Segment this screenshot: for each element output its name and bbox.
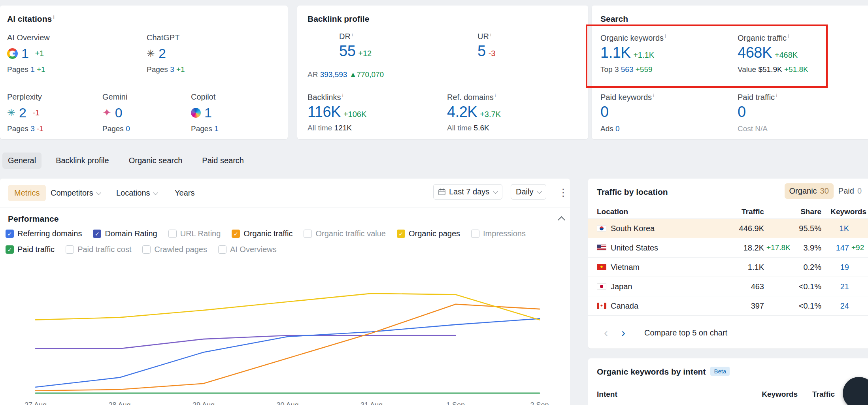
backlinks-metric: Backlinksi 116K+106K All time 121K xyxy=(308,92,366,132)
gemini-icon: ✦ xyxy=(102,107,111,118)
metric-value[interactable]: 2 xyxy=(19,105,26,121)
paid-keywords-metric: Paid keywordsi 0 Ads 0 xyxy=(600,92,654,133)
paid-traffic-value[interactable]: 0 xyxy=(738,104,746,120)
table-row-south-korea[interactable]: South Korea 446.9K 95.5% 1K xyxy=(588,219,868,238)
toggle-paid[interactable]: Paid0 xyxy=(834,183,866,199)
chart-line-referring-domains xyxy=(36,318,540,387)
keywords-link[interactable]: 24 xyxy=(840,301,849,310)
info-icon[interactable]: i xyxy=(352,32,353,38)
ar-value[interactable]: 393,593 xyxy=(320,70,347,79)
metric-value[interactable]: 2 xyxy=(159,46,166,61)
info-icon[interactable]: i xyxy=(53,14,55,20)
ai-citation-copilot: Copilot 1 Pages 1 xyxy=(191,92,219,133)
ref-domains-value[interactable]: 4.2K xyxy=(447,104,477,120)
pages-link[interactable]: 1 xyxy=(30,65,35,73)
checkbox-url-rating[interactable]: URL Rating xyxy=(168,229,221,238)
pages-link[interactable]: 3 xyxy=(30,124,35,133)
flag-vietnam-icon xyxy=(597,264,606,270)
ai-citation-chatgpt: ChatGPT ✳ 2 Pages 3 +1 xyxy=(147,33,185,74)
info-icon[interactable]: i xyxy=(653,92,654,98)
date-range-dropdown[interactable]: Last 7 days xyxy=(433,184,502,200)
table-row-united-states[interactable]: United States 18.2K+17.8K 3.9% 147+92 xyxy=(588,238,868,258)
keywords-link[interactable]: 1K xyxy=(840,224,849,233)
keywords-by-intent-card: Organic keywords by intentBeta Intent Ke… xyxy=(588,358,868,405)
metric-label: Gemini xyxy=(102,92,130,102)
location-table-body: South Korea 446.9K 95.5% 1K United State… xyxy=(588,219,868,316)
metric-value[interactable]: 1 xyxy=(204,105,211,121)
next-page-arrow-icon[interactable]: › xyxy=(621,326,625,339)
paid-keywords-value[interactable]: 0 xyxy=(600,104,609,120)
performance-line-chart: 27 Aug28 Aug29 Aug30 Aug31 Aug1 Sep2 Sep xyxy=(0,261,570,405)
metric-label: Perplexity xyxy=(7,92,43,102)
checkbox-icon xyxy=(168,230,177,238)
info-icon[interactable]: i xyxy=(490,32,491,38)
metrics-button[interactable]: Metrics xyxy=(8,185,46,201)
x-axis-label: 27 Aug xyxy=(25,401,47,405)
checkbox-paid-traffic-cost[interactable]: Paid traffic cost xyxy=(66,245,131,254)
checkbox-organic-pages[interactable]: ✓Organic pages xyxy=(397,229,460,238)
keywords-link[interactable]: 147 xyxy=(836,243,849,252)
ai-citation-gemini: Gemini ✦ 0 Pages 0 xyxy=(102,92,130,133)
tab-backlink-profile[interactable]: Backlink profile xyxy=(50,153,115,169)
metric-value[interactable]: 1 xyxy=(21,46,28,61)
pages-link[interactable]: 1 xyxy=(214,124,219,133)
checkbox-crawled-pages[interactable]: Crawled pages xyxy=(142,245,207,254)
table-row-japan[interactable]: Japan 463 <0.1% 21 xyxy=(588,277,868,296)
ai-citations-title: AI citationsi xyxy=(7,14,55,24)
info-icon[interactable]: i xyxy=(665,33,666,39)
prev-page-arrow-icon[interactable]: ‹ xyxy=(604,326,608,339)
checkbox-organic-traffic-value[interactable]: Organic traffic value xyxy=(304,229,386,238)
dr-value: 55 xyxy=(339,43,355,59)
metric-value[interactable]: 0 xyxy=(115,105,122,121)
checkbox-icon: ✓ xyxy=(6,230,14,238)
checkbox-domain-rating[interactable]: ✓Domain Rating xyxy=(93,229,157,238)
checkbox-paid-traffic[interactable]: ✓Paid traffic xyxy=(6,245,55,254)
competitors-dropdown[interactable]: Competitors xyxy=(49,185,102,201)
years-button[interactable]: Years xyxy=(173,185,196,201)
checkbox-icon xyxy=(304,230,312,238)
compare-top5-link[interactable]: Compare top 5 on chart xyxy=(644,328,727,337)
backlinks-value[interactable]: 116K xyxy=(308,104,341,120)
chevron-down-icon xyxy=(493,189,498,194)
location-pagination: ‹ › Compare top 5 on chart xyxy=(604,323,727,343)
chart-line-domain-rating xyxy=(36,335,456,348)
x-axis-label: 29 Aug xyxy=(192,401,215,405)
checkbox-referring-domains[interactable]: ✓Referring domains xyxy=(6,229,82,238)
more-options-kebab[interactable]: ⋮ xyxy=(558,187,568,198)
checkbox-ai-overviews[interactable]: AI Overviews xyxy=(218,245,277,254)
organic-keywords-value[interactable]: 1.1K xyxy=(600,44,630,61)
keywords-link[interactable]: 19 xyxy=(840,263,849,271)
info-icon[interactable]: i xyxy=(788,33,789,39)
checkbox-icon: ✓ xyxy=(232,230,240,238)
checkbox-icon xyxy=(218,245,226,254)
table-row-vietnam[interactable]: Vietnam 1.1K 0.2% 19 xyxy=(588,258,868,277)
ref-domains-metric: Ref. domainsi 4.2K+3.7K All time 5.6K xyxy=(447,92,501,132)
collapse-chevron-up-icon[interactable] xyxy=(558,216,565,223)
table-row-canada[interactable]: Canada 397 <0.1% 24 xyxy=(588,296,868,316)
ai-citations-card: AI citationsi AI Overview 1 +1 Pages 1 +… xyxy=(0,6,288,139)
tab-paid-search[interactable]: Paid search xyxy=(196,153,249,169)
traffic-by-location-title: Traffic by location xyxy=(597,187,668,197)
dr-metric: DRi 55+12 xyxy=(339,32,372,60)
checkbox-icon xyxy=(142,245,151,254)
checkbox-impressions[interactable]: Impressions xyxy=(471,229,526,238)
beta-badge: Beta xyxy=(710,367,730,376)
top3-link[interactable]: 563 xyxy=(621,65,634,73)
pages-link[interactable]: 3 xyxy=(170,65,174,73)
pages-link[interactable]: 0 xyxy=(126,124,130,133)
tab-organic-search[interactable]: Organic search xyxy=(123,153,188,169)
flag-south-korea-icon xyxy=(597,225,606,232)
toggle-organic[interactable]: Organic30 xyxy=(785,183,834,199)
ar-row: AR 393,593 ▲770,070 xyxy=(308,70,384,79)
chart-line-organic-traffic xyxy=(36,304,540,391)
info-icon[interactable]: i xyxy=(776,92,777,98)
keywords-link[interactable]: 21 xyxy=(840,282,849,291)
organic-traffic-value[interactable]: 468K xyxy=(738,44,772,61)
checkbox-organic-traffic[interactable]: ✓Organic traffic xyxy=(232,229,292,238)
info-icon[interactable]: i xyxy=(495,92,496,98)
info-icon[interactable]: i xyxy=(342,92,343,98)
locations-dropdown[interactable]: Locations xyxy=(115,185,159,201)
granularity-dropdown[interactable]: Daily xyxy=(511,184,546,200)
ai-citation-ai-overview: AI Overview 1 +1 Pages 1 +1 xyxy=(7,33,50,74)
tab-general[interactable]: General xyxy=(2,153,42,169)
